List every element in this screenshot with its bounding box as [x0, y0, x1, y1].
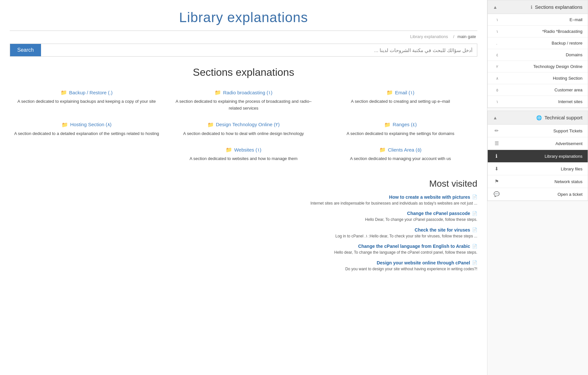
file-icon: 📄 [472, 194, 477, 199]
visited-item-0: 📄 How to create a website with pictures … [10, 194, 477, 206]
most-visited-heading: Most visited [10, 179, 477, 189]
section-desc-backup: A section dedicated to explaining backup… [12, 98, 161, 105]
section-desc-radio: A section dedicated to explaining the pr… [169, 98, 318, 112]
sidebar-support-panel: ▲ 🌐 Technical support ✏ Support Tickets … [487, 111, 588, 201]
folder-icon: 📁 [215, 89, 221, 96]
section-item-empty [10, 143, 163, 169]
section-link-websites[interactable]: 📁 Websites (١) [169, 147, 318, 153]
sidebar-item-customer[interactable]: ٥ Customer area [488, 84, 588, 96]
visited-desc-4: !?Do you want to design your site withou… [10, 266, 477, 272]
sidebar-advertisement[interactable]: ☰ Advertisement [488, 137, 588, 150]
visited-desc-1: .Hello Dear, To change your cPanel passc… [10, 217, 477, 222]
sidebar-item-tech-design[interactable]: ٢ Technology Design Online [488, 61, 588, 73]
breadcrumb: Library explanations / main gate [10, 34, 477, 39]
section-desc-email: A section dedicated to creating and sett… [326, 98, 475, 105]
section-link-design[interactable]: 📁 Design Technology Online (٢) [169, 122, 318, 128]
visited-desc-0: ... Internet sites are indispensable for… [10, 200, 477, 206]
folder-icon: 📁 [379, 147, 386, 153]
visited-link-4[interactable]: 📄 Design your website online through cPa… [377, 260, 477, 265]
sidebar-item-radio[interactable]: ١ *Radio *Broadcasting [488, 26, 588, 37]
folder-icon: 📁 [61, 89, 67, 96]
file-icon: 📄 [472, 244, 477, 249]
section-desc-hosting: A section dedicated to a detailed explan… [12, 130, 161, 137]
search-bar: Search [10, 44, 477, 57]
sidebar-item-internet[interactable]: ١ Internet sites [488, 96, 588, 108]
sidebar-item-email[interactable]: ١ E–mail [488, 14, 588, 26]
sidebar-support-header[interactable]: ▲ 🌐 Technical support [488, 111, 588, 125]
folder-icon: 📁 [207, 122, 214, 128]
section-item-radio: 📁 Radio broadcasting (١) A section dedic… [167, 86, 320, 118]
section-item-hosting: 📁 Hosting Section (٨) A section dedicate… [10, 118, 163, 144]
flag-icon: ⚑ [493, 179, 500, 184]
section-desc-clients: A section dedicated to managing your acc… [326, 155, 475, 162]
section-item-clients: 📁 Clients Area (٥) A section dedicated t… [324, 143, 477, 169]
sidebar-item-domains[interactable]: ٤ Domains [488, 49, 588, 61]
sidebar-network-status[interactable]: ⚑ Network status [488, 175, 588, 188]
sections-grid: 📁 Backup / Restore (.) A section dedicat… [10, 86, 477, 169]
section-link-clients[interactable]: 📁 Clients Area (٥) [326, 147, 475, 153]
visited-link-3[interactable]: 📄 Change the cPanel language from Englis… [358, 244, 477, 249]
section-link-backup[interactable]: 📁 Backup / Restore (.) [12, 89, 161, 96]
sidebar-library-files[interactable]: ⬇ Library files [488, 163, 588, 175]
section-link-hosting[interactable]: 📁 Hosting Section (٨) [12, 122, 161, 128]
globe-icon: 🌐 [536, 115, 542, 120]
section-desc-websites: A section dedicated to websites and how … [169, 155, 318, 162]
section-desc-ranges: A section dedicated to explaining the se… [326, 130, 475, 137]
visited-link-1[interactable]: 📄 Change the cPanel passcode [407, 211, 477, 216]
file-icon: 📄 [472, 227, 477, 232]
most-visited-list: 📄 How to create a website with pictures … [10, 194, 477, 272]
folder-icon: 📁 [62, 122, 68, 128]
search-input[interactable] [41, 44, 477, 56]
section-item-ranges: 📁 Ranges (٤) A section dedicated to expl… [324, 118, 477, 144]
sidebar-item-hosting[interactable]: ٨ Hosting Section [488, 73, 588, 84]
visited-link-2[interactable]: 📄 Check the site for viruses [415, 227, 477, 233]
sidebar-support-tickets[interactable]: ✏ Support Tickets [488, 125, 588, 137]
page-title: Library explanations [10, 7, 477, 28]
folder-icon: 📁 [386, 89, 393, 96]
info-circle-icon: ℹ [493, 153, 500, 159]
section-link-ranges[interactable]: 📁 Ranges (٤) [326, 122, 475, 128]
visited-item-4: 📄 Design your website online through cPa… [10, 260, 477, 272]
info-icon: ℹ [531, 5, 532, 10]
visited-desc-3: .Hello dear, To change the language of t… [10, 249, 477, 255]
folder-icon: 📁 [384, 122, 391, 128]
section-desc-design: A section dedicated to how to deal with … [169, 130, 318, 137]
download-icon: ⬇ [493, 166, 500, 172]
file-icon: 📄 [472, 260, 477, 265]
sidebar-library-explanations[interactable]: ℹ Library explanations [488, 150, 588, 163]
section-link-radio[interactable]: 📁 Radio broadcasting (١) [169, 89, 318, 96]
section-item-email: 📁 Email (١) A section dedicated to creat… [324, 86, 477, 118]
folder-icon: 📁 [226, 147, 232, 153]
visited-item-2: 📄 Check the site for viruses ... Hello d… [10, 227, 477, 239]
visited-desc-2: ... Hello dear, To check your site for v… [10, 233, 477, 239]
chat-icon: 💬 [493, 191, 500, 197]
section-link-email[interactable]: 📁 Email (١) [326, 89, 475, 96]
visited-item-1: 📄 Change the cPanel passcode .Hello Dear… [10, 211, 477, 223]
chevron-up-icon: ▲ [493, 115, 497, 120]
file-icon: 📄 [472, 211, 477, 216]
sidebar-item-backup[interactable]: . Backup / restore [488, 37, 588, 49]
sidebar-sections-panel: ▲ ℹ Sections explanations ١ E–mail ١ *Ra… [487, 0, 588, 108]
sidebar-sections-header[interactable]: ▲ ℹ Sections explanations [488, 0, 588, 14]
pencil-icon: ✏ [493, 128, 500, 134]
section-item-websites: 📁 Websites (١) A section dedicated to we… [167, 143, 320, 169]
sidebar-open-ticket[interactable]: 💬 Open a ticket [488, 188, 588, 201]
breadcrumb-parent-link[interactable]: main gate [457, 34, 476, 39]
visited-link-0[interactable]: 📄 How to create a website with pictures [389, 194, 477, 200]
sidebar: ▲ ℹ Sections explanations ١ E–mail ١ *Ra… [487, 0, 588, 375]
section-item-design: 📁 Design Technology Online (٢) A section… [167, 118, 320, 144]
chevron-up-icon: ▲ [493, 5, 497, 10]
list-icon: ☰ [493, 141, 500, 146]
sections-heading: Sections explanations [10, 66, 477, 78]
section-item-backup: 📁 Backup / Restore (.) A section dedicat… [10, 86, 163, 118]
visited-item-3: 📄 Change the cPanel language from Englis… [10, 244, 477, 256]
search-button[interactable]: Search [10, 44, 41, 56]
